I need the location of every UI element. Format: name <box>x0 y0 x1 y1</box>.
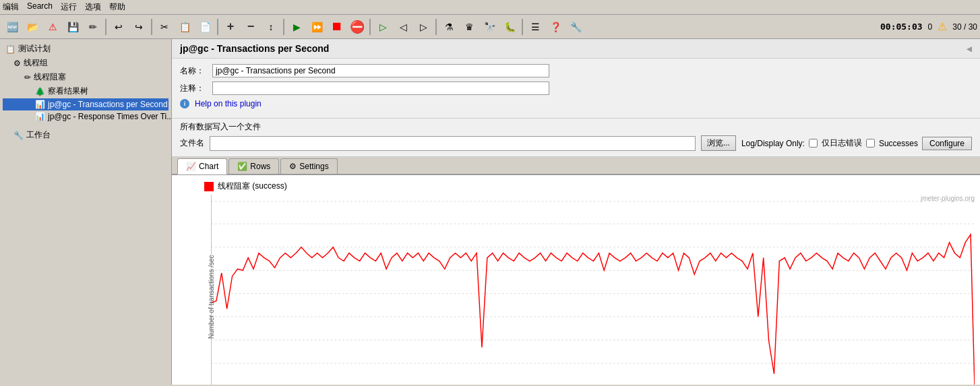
new-btn[interactable]: 🆕 <box>3 18 22 36</box>
help-link[interactable]: Help on this plugin <box>195 99 262 108</box>
remove-btn[interactable]: − <box>241 18 260 36</box>
menubar: 编辑 Search 运行 选项 帮助 <box>0 0 980 15</box>
save-btn[interactable]: 💾 <box>63 18 82 36</box>
errors-checkbox[interactable] <box>809 139 818 148</box>
sep6 <box>435 19 437 35</box>
chart-tab[interactable]: 📈 Chart <box>177 158 227 174</box>
back-btn[interactable]: ◁ <box>394 18 412 36</box>
view-results-label: 察看结果树 <box>48 86 88 97</box>
redo-btn[interactable]: ↪ <box>129 18 148 36</box>
test-plan-item[interactable]: 📋 测试计划 <box>3 42 169 56</box>
legend-label: 线程阻塞 (success) <box>218 181 287 192</box>
thread-group-label: 线程组 <box>24 57 48 69</box>
workbench-icon: 🔧 <box>13 131 24 140</box>
thread-block-icon: ✏ <box>24 73 31 82</box>
fwd-btn[interactable]: ▷ <box>414 18 433 36</box>
tool-btn[interactable]: 🔧 <box>566 18 585 36</box>
toolbar: 🆕 📂 ⚠ 💾 ✏ ↩ ↪ ✂ 📋 📄 + − ↕ ▶ ⏩ ⏹ ⛔ ▷ ◁ ▷ … <box>0 15 980 39</box>
comment-label: 注释： <box>180 83 207 94</box>
name-input[interactable] <box>212 64 549 77</box>
chart-legend: 线程阻塞 (success) <box>177 181 975 192</box>
chart-wrapper: jmeter-plugins.org Number of transaction… <box>177 195 975 385</box>
thread-block-item[interactable]: ✏ 线程阻塞 <box>3 70 169 84</box>
run-green-btn[interactable]: ▷ <box>373 18 392 36</box>
settings-tab-icon: ⚙ <box>289 162 297 171</box>
thread-btn[interactable]: ⚗ <box>439 18 458 36</box>
settings-tab-label: Settings <box>299 162 328 171</box>
chart-svg: 660 600 540 480 420 360 300 240 180 <box>211 195 975 385</box>
chart-tab-icon: 📈 <box>186 162 196 171</box>
sep1 <box>105 19 106 35</box>
start-btn[interactable]: ▶ <box>287 18 306 36</box>
log-display-label: Log/Display Only: <box>741 139 805 148</box>
stop-btn[interactable]: ⏹ <box>328 18 346 36</box>
file-input[interactable] <box>210 136 696 151</box>
copy-btn[interactable]: 📋 <box>175 18 194 36</box>
warning-btn[interactable]: ⚠ <box>43 18 62 36</box>
configure-btn[interactable]: Configure <box>922 137 972 150</box>
comment-input[interactable] <box>212 82 549 95</box>
successes-checkbox[interactable] <box>866 139 875 148</box>
remote-btn[interactable]: 🔭 <box>480 18 499 36</box>
help-row: i Help on this plugin <box>180 99 972 108</box>
add-btn[interactable]: + <box>221 18 240 36</box>
open-btn[interactable]: 📂 <box>23 18 42 36</box>
name-row: 名称： <box>180 64 972 77</box>
legend-color-box <box>204 182 214 191</box>
chart-tab-label: Chart <box>199 162 218 171</box>
sep2 <box>151 19 152 35</box>
cut-btn[interactable]: ✂ <box>155 18 174 36</box>
rows-tab[interactable]: ✅ Rows <box>228 158 279 174</box>
panel-title-text: jp@gc - Transactions per Second <box>180 43 329 54</box>
left-panel: 📋 测试计划 ⚙ 线程组 ✏ 线程阻塞 🌲 察看结果树 📊 jp@gc - Tr… <box>0 39 172 385</box>
expand-icon[interactable]: ◀ <box>967 45 972 53</box>
edit-btn[interactable]: ✏ <box>84 18 102 36</box>
name-label: 名称： <box>180 65 207 77</box>
menu-help[interactable]: 帮助 <box>109 1 125 13</box>
file-label: 文件名 <box>180 137 204 149</box>
stopall-btn[interactable]: ⛔ <box>348 18 367 36</box>
undo-btn[interactable]: ↩ <box>109 18 128 36</box>
file-section: 所有数据写入一个文件 文件名 浏览... Log/Display Only: 仅… <box>172 119 980 157</box>
clear-btn[interactable]: ↕ <box>262 18 280 36</box>
thread-block-label: 线程阻塞 <box>34 71 66 83</box>
tps-listener-item[interactable]: 📊 jp@gc - Transactions per Second <box>3 98 169 110</box>
chart-area: 线程阻塞 (success) jmeter-plugins.org Number… <box>172 175 980 385</box>
view-results-item[interactable]: 🌲 察看结果树 <box>3 84 169 98</box>
list-btn[interactable]: ☰ <box>526 18 545 36</box>
sep5 <box>369 19 371 35</box>
sep4 <box>283 19 284 35</box>
view-results-icon: 🌲 <box>35 87 45 96</box>
startall-btn[interactable]: ⏩ <box>307 18 326 36</box>
timer-display: 00:05:03 <box>880 22 923 32</box>
debug-btn[interactable]: 🐛 <box>500 18 519 36</box>
successes-label: Successes <box>879 139 918 148</box>
tps-icon: 📊 <box>35 100 45 109</box>
log-options: Log/Display Only: 仅日志错误 Successes Config… <box>741 137 972 150</box>
errors-label: 仅日志错误 <box>822 137 862 149</box>
paste-btn[interactable]: 📄 <box>195 18 214 36</box>
master-btn[interactable]: ♛ <box>460 18 479 36</box>
panel-title-bar: jp@gc - Transactions per Second ◀ <box>172 39 980 59</box>
browse-btn[interactable]: 浏览... <box>701 135 736 151</box>
file-row: 文件名 浏览... Log/Display Only: 仅日志错误 Succes… <box>180 135 972 151</box>
rows-tab-label: Rows <box>250 162 270 171</box>
tps-label: jp@gc - Transactions per Second <box>48 100 168 109</box>
rto-label: jp@gc - Response Times Over Ti... <box>48 112 172 121</box>
rto-listener-item[interactable]: 📊 jp@gc - Response Times Over Ti... <box>3 110 169 123</box>
file-section-label: 所有数据写入一个文件 <box>180 121 972 133</box>
settings-tab[interactable]: ⚙ Settings <box>280 158 337 174</box>
y-axis-label: Number of transactions /sec <box>208 258 215 339</box>
help-toolbar-btn[interactable]: ❓ <box>546 18 565 36</box>
menu-run[interactable]: 运行 <box>61 1 77 13</box>
rto-icon: 📊 <box>35 112 45 121</box>
thread-group-icon: ⚙ <box>13 59 21 68</box>
form-area: 名称： 注释： i Help on this plugin <box>172 59 980 119</box>
workbench-item[interactable]: 🔧 工作台 <box>3 128 169 142</box>
sep3 <box>217 19 218 35</box>
thread-group-item[interactable]: ⚙ 线程组 <box>3 56 169 70</box>
menu-search[interactable]: Search <box>27 1 53 13</box>
menu-options[interactable]: 选项 <box>85 1 101 13</box>
main-layout: 📋 测试计划 ⚙ 线程组 ✏ 线程阻塞 🌲 察看结果树 📊 jp@gc - Tr… <box>0 39 980 385</box>
menu-edit[interactable]: 编辑 <box>3 1 19 13</box>
